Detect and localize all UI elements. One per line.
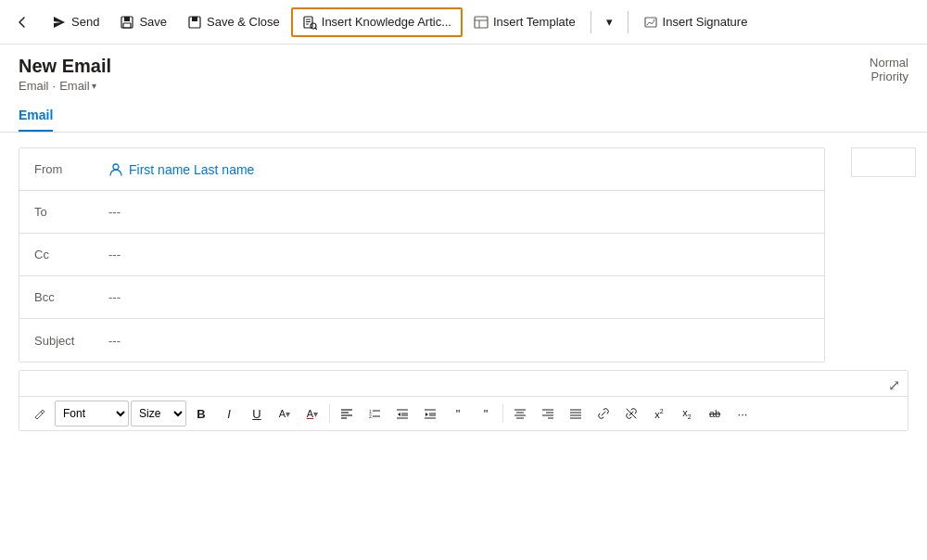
email-row-subject[interactable]: Subject --- <box>19 319 824 362</box>
from-value[interactable]: First name Last name <box>108 162 254 177</box>
editor-divider-2 <box>502 404 503 423</box>
from-label: From <box>34 162 108 176</box>
superscript-icon: x2 <box>654 408 663 420</box>
to-label: To <box>34 205 108 219</box>
email-card: From First name Last name To --- <box>19 147 825 363</box>
person-icon <box>108 162 123 177</box>
expand-icon: ⤢ <box>888 377 900 393</box>
email-row-from: From First name Last name <box>19 148 824 191</box>
font-color-icon: A <box>307 408 313 419</box>
size-select[interactable]: Size <box>131 401 186 426</box>
page-title: New Email <box>19 56 111 77</box>
insert-signature-label: Insert Signature <box>663 15 748 29</box>
save-button[interactable]: Save <box>110 9 176 35</box>
header-email-dropdown[interactable]: Email ▾ <box>59 79 96 93</box>
save-icon <box>120 15 134 30</box>
insert-template-icon <box>474 15 489 30</box>
highlight-button[interactable]: A ▾ <box>272 401 298 426</box>
insert-template-button[interactable]: Insert Template <box>464 9 585 35</box>
font-color-button[interactable]: A ▾ <box>299 401 325 426</box>
expand-button[interactable]: ⤢ <box>888 376 900 394</box>
subject-value: --- <box>108 334 121 348</box>
font-color-arrow: ▾ <box>313 409 318 419</box>
align-center-button[interactable] <box>507 401 533 426</box>
font-select[interactable]: Font <box>55 401 129 426</box>
header: New Email Email · Email ▾ Normal Priorit… <box>0 45 927 93</box>
header-sub-dot: · <box>53 79 57 93</box>
toolbar-divider-1 <box>590 11 591 33</box>
dropdown-icon: ▾ <box>606 15 613 29</box>
bold-label: B <box>197 407 205 421</box>
dropdown-button[interactable]: ▾ <box>597 9 622 34</box>
main-toolbar: Send Save Save & Close Insert Knowledge … <box>0 0 927 45</box>
unlink-icon <box>625 407 638 420</box>
unquote-button[interactable]: " <box>473 401 499 426</box>
insert-signature-button[interactable]: Insert Signature <box>634 9 757 35</box>
send-label: Send <box>71 15 99 29</box>
align-left-button[interactable] <box>334 401 360 426</box>
main-layout: New Email Email · Email ▾ Normal Priorit… <box>0 45 927 560</box>
svg-point-15 <box>113 164 119 170</box>
indent-decrease-icon <box>396 407 409 420</box>
italic-button[interactable]: I <box>216 401 242 426</box>
align-right-button[interactable] <box>535 401 561 426</box>
subject-label: Subject <box>34 334 108 348</box>
form-and-side: From First name Last name To --- <box>0 133 927 370</box>
header-subtitle: Email · Email ▾ <box>19 79 111 93</box>
highlight-arrow: ▾ <box>286 409 290 419</box>
header-sub-label1: Email <box>19 79 49 93</box>
tab-email[interactable]: Email <box>19 100 53 132</box>
align-center-icon <box>514 407 527 420</box>
bcc-label: Bcc <box>34 290 108 304</box>
superscript-button[interactable]: x2 <box>646 401 672 426</box>
editor-divider-1 <box>329 404 330 423</box>
link-icon <box>597 407 610 420</box>
header-dropdown-arrow: ▾ <box>92 81 96 91</box>
eraser-icon <box>33 407 46 420</box>
bold-button[interactable]: B <box>188 401 214 426</box>
strikethrough-icon: ab <box>709 408 720 419</box>
indent-increase-button[interactable] <box>417 401 443 426</box>
header-sub-label2: Email <box>59 79 90 93</box>
quote-button[interactable]: " <box>445 401 471 426</box>
form-wrapper: From First name Last name To --- <box>0 133 844 370</box>
svg-line-16 <box>41 412 43 414</box>
send-icon <box>52 15 67 30</box>
strikethrough-button[interactable]: ab <box>702 401 728 426</box>
svg-text:2.: 2. <box>369 414 373 419</box>
more-button[interactable]: ··· <box>730 401 756 426</box>
insert-knowledge-label: Insert Knowledge Artic... <box>322 15 451 29</box>
ordered-list-button[interactable]: 1. 2. <box>362 401 387 426</box>
save-label: Save <box>139 15 167 29</box>
quote-icon: " <box>456 407 461 421</box>
insert-knowledge-button[interactable]: Insert Knowledge Artic... <box>291 7 463 37</box>
save-close-button[interactable]: Save & Close <box>178 9 289 35</box>
svg-line-10 <box>315 28 317 30</box>
email-row-to[interactable]: To --- <box>19 191 824 234</box>
send-button[interactable]: Send <box>43 9 108 35</box>
link-button[interactable] <box>590 401 616 426</box>
svg-rect-14 <box>645 18 656 27</box>
highlight-icon: A <box>279 408 286 419</box>
email-row-cc[interactable]: Cc --- <box>19 234 824 276</box>
indent-decrease-button[interactable] <box>389 401 415 426</box>
insert-knowledge-icon <box>302 15 317 30</box>
header-priority: Normal Priority <box>870 56 908 83</box>
cc-value: --- <box>108 248 121 261</box>
eraser-button[interactable] <box>27 401 53 426</box>
align-right-icon <box>541 407 554 420</box>
svg-rect-4 <box>192 17 197 21</box>
unlink-button[interactable] <box>618 401 644 426</box>
justify-icon <box>569 407 582 420</box>
editor-expand-bar: ⤢ <box>19 371 908 396</box>
tabs: Email <box>0 100 927 133</box>
email-row-bcc[interactable]: Bcc --- <box>19 276 824 319</box>
justify-button[interactable] <box>563 401 589 426</box>
tab-email-label: Email <box>19 108 53 122</box>
back-button[interactable] <box>7 7 37 37</box>
underline-label: U <box>252 407 260 421</box>
from-name: First name Last name <box>129 162 254 177</box>
underline-button[interactable]: U <box>244 401 270 426</box>
subscript-button[interactable]: x2 <box>674 401 700 426</box>
bcc-value: --- <box>108 290 121 304</box>
